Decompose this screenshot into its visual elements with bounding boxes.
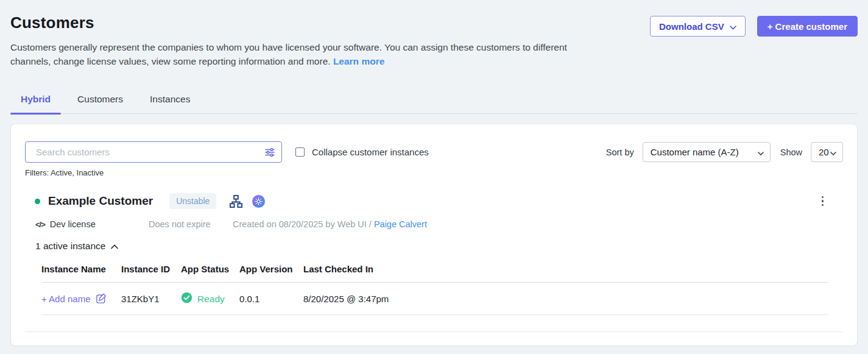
download-csv-label: Download CSV xyxy=(659,21,724,32)
collapse-instances-control[interactable]: Collapse customer instances xyxy=(295,147,429,157)
chevron-up-icon xyxy=(111,241,118,252)
add-name-label: + Add name xyxy=(41,294,90,304)
sort-select-value: Customer name (A-Z) xyxy=(651,147,739,157)
app-status-label: Ready xyxy=(197,294,225,305)
license-expiry: Does not expire xyxy=(149,219,233,229)
kubernetes-icon xyxy=(252,195,265,208)
license-type: </> Dev license xyxy=(35,219,149,229)
customer-name[interactable]: Example Customer xyxy=(48,194,153,208)
collapse-instances-checkbox[interactable] xyxy=(295,147,305,157)
customer-separator xyxy=(25,331,843,332)
instances-table-header: Instance Name Instance ID App Status App… xyxy=(41,264,828,283)
col-instance-id: Instance ID xyxy=(121,264,181,283)
created-info: Created on 08/20/2025 by Web UI / Paige … xyxy=(233,219,427,229)
sort-by-label: Sort by xyxy=(606,147,634,157)
col-app-status: App Status xyxy=(181,264,239,283)
page-description: Customers generally represent the compan… xyxy=(10,41,598,68)
view-tabs: Hybrid Customers Instances xyxy=(10,94,858,114)
add-name-link[interactable]: + Add name xyxy=(41,292,107,306)
toolbar-right: Sort by Customer name (A-Z) Show 20 xyxy=(606,142,843,162)
col-instance-name: Instance Name xyxy=(41,264,121,283)
toolbar: Collapse customer instances Sort by Cust… xyxy=(25,141,843,163)
customers-page: Customers Customers generally represent … xyxy=(0,0,868,346)
chevron-down-icon xyxy=(830,147,836,157)
license-row: </> Dev license Does not expire Created … xyxy=(35,219,843,229)
col-app-version: App Version xyxy=(239,264,303,283)
search-input[interactable] xyxy=(25,141,282,163)
tab-customers[interactable]: Customers xyxy=(67,94,133,113)
instance-id: 31ZKbY1 xyxy=(121,283,181,315)
create-customer-button[interactable]: + Create customer xyxy=(757,16,858,37)
instance-row: + Add name 31ZKbY1 xyxy=(41,283,828,315)
last-checked-in: 8/20/2025 @ 3:47pm xyxy=(303,283,828,315)
chevron-down-icon xyxy=(758,147,764,157)
learn-more-link[interactable]: Learn more xyxy=(333,56,384,66)
col-last-checked-in: Last Checked In xyxy=(303,264,828,283)
sort-select[interactable]: Customer name (A-Z) xyxy=(643,142,771,162)
instances-toggle[interactable]: 1 active instance xyxy=(35,241,843,252)
created-prefix: Created on 08/20/2025 by Web UI / xyxy=(233,219,372,229)
search-wrap xyxy=(25,141,282,163)
created-by-link[interactable]: Paige Calvert xyxy=(374,219,427,229)
instances-toggle-label: 1 active instance xyxy=(35,241,105,252)
tab-instances[interactable]: Instances xyxy=(139,94,200,113)
chevron-down-icon xyxy=(730,21,736,32)
page-title: Customers xyxy=(10,13,650,32)
collapse-instances-label: Collapse customer instances xyxy=(312,147,429,157)
instances-table: Instance Name Instance ID App Status App… xyxy=(41,264,828,315)
show-select[interactable]: 20 xyxy=(811,142,843,162)
filters-caption: Filters: Active, Inactive xyxy=(25,168,843,177)
show-select-value: 20 xyxy=(819,147,829,157)
create-customer-label: + Create customer xyxy=(767,21,847,32)
customers-card: Collapse customer instances Sort by Cust… xyxy=(10,124,858,346)
edit-icon xyxy=(96,292,107,306)
check-circle-icon xyxy=(181,292,192,306)
page-description-text: Customers generally represent the compan… xyxy=(10,42,567,66)
app-status: Ready xyxy=(181,292,225,306)
header-actions: Download CSV + Create customer xyxy=(650,16,858,37)
tab-hybrid[interactable]: Hybrid xyxy=(10,94,61,113)
filter-sliders-icon[interactable] xyxy=(264,146,276,158)
channel-badge: Unstable xyxy=(169,193,216,209)
active-status-dot xyxy=(35,199,40,204)
page-header: Customers Customers generally represent … xyxy=(10,0,858,68)
download-csv-button[interactable]: Download CSV xyxy=(650,16,746,37)
show-label: Show xyxy=(780,147,802,157)
customer-row-header: Example Customer Unstable xyxy=(25,193,843,209)
code-icon: </> xyxy=(35,220,45,229)
license-type-label: Dev license xyxy=(50,219,96,229)
kebab-menu-icon[interactable] xyxy=(819,194,827,209)
sitemap-icon xyxy=(229,194,243,208)
app-version: 0.0.1 xyxy=(239,283,303,315)
